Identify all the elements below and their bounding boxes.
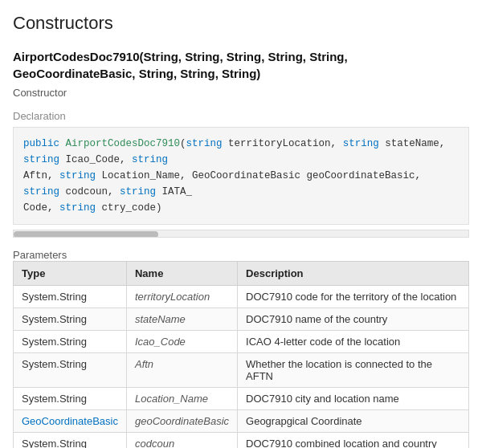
type-cell: System.String bbox=[14, 286, 127, 308]
name-cell: Location_Name bbox=[126, 388, 237, 410]
constructor-signature: AirportCodesDoc7910(String, String, Stri… bbox=[13, 48, 469, 82]
declaration-box: public AirportCodesDoc7910(string territ… bbox=[13, 127, 469, 225]
col-header-type: Type bbox=[14, 262, 127, 286]
table-row: System.StringcodcounDOC7910 combined loc… bbox=[14, 433, 469, 449]
name-cell: territoryLocation bbox=[126, 286, 237, 308]
name-cell: codcoun bbox=[126, 433, 237, 449]
scrollbar-thumb[interactable] bbox=[14, 231, 158, 238]
signature-text: AirportCodesDoc7910(String, String, Stri… bbox=[13, 50, 348, 80]
description-cell: DOC7910 name of the country bbox=[238, 308, 469, 331]
table-row: System.StringstateNameDOC7910 name of th… bbox=[14, 308, 469, 331]
type-cell: System.String bbox=[14, 388, 127, 410]
type-cell: System.String bbox=[14, 331, 127, 353]
parameters-table: Type Name Description System.Stringterri… bbox=[13, 261, 469, 448]
col-header-description: Description bbox=[238, 262, 469, 286]
type-cell: System.String bbox=[14, 433, 127, 449]
declaration-label: Declaration bbox=[13, 110, 469, 122]
table-row: System.StringIcao_CodeICAO 4-letter code… bbox=[14, 331, 469, 353]
description-cell: Geograpgical Coordinate bbox=[238, 410, 469, 433]
type-cell[interactable]: GeoCoordinateBasic bbox=[14, 410, 127, 433]
type-cell: System.String bbox=[14, 308, 127, 331]
description-cell: DOC7910 city and location name bbox=[238, 388, 469, 410]
table-row: System.StringAftnWhether the location is… bbox=[14, 353, 469, 388]
table-row: System.StringterritoryLocationDOC7910 co… bbox=[14, 286, 469, 308]
name-cell: Aftn bbox=[126, 353, 237, 388]
table-row: System.StringLocation_NameDOC7910 city a… bbox=[14, 388, 469, 410]
method-name: AirportCodesDoc7910 bbox=[66, 138, 181, 149]
table-row: GeoCoordinateBasicgeoCoordinateBasicGeog… bbox=[14, 410, 469, 433]
parameters-label: Parameters bbox=[13, 249, 469, 261]
description-cell: ICAO 4-letter code of the location bbox=[238, 331, 469, 353]
name-cell: geoCoordinateBasic bbox=[126, 410, 237, 433]
kw-public: public bbox=[23, 138, 59, 149]
type-cell: System.String bbox=[14, 353, 127, 388]
description-cell: Whether the location is connected to the… bbox=[238, 353, 469, 388]
type-link[interactable]: GeoCoordinateBasic bbox=[22, 415, 118, 427]
description-cell: DOC7910 code for the territory of the lo… bbox=[238, 286, 469, 308]
name-cell: stateName bbox=[126, 308, 237, 331]
constructor-section: AirportCodesDoc7910(String, String, Stri… bbox=[13, 48, 469, 448]
col-header-name: Name bbox=[126, 262, 237, 286]
constructor-label: Constructor bbox=[13, 87, 469, 99]
name-cell: Icao_Code bbox=[126, 331, 237, 353]
page-title: Constructors bbox=[13, 13, 469, 34]
declaration-params: (string territoryLocation, string stateN… bbox=[23, 138, 451, 214]
description-cell: DOC7910 combined location and country co… bbox=[238, 433, 469, 449]
horizontal-scrollbar[interactable] bbox=[13, 230, 469, 238]
table-header-row: Type Name Description bbox=[14, 262, 469, 286]
